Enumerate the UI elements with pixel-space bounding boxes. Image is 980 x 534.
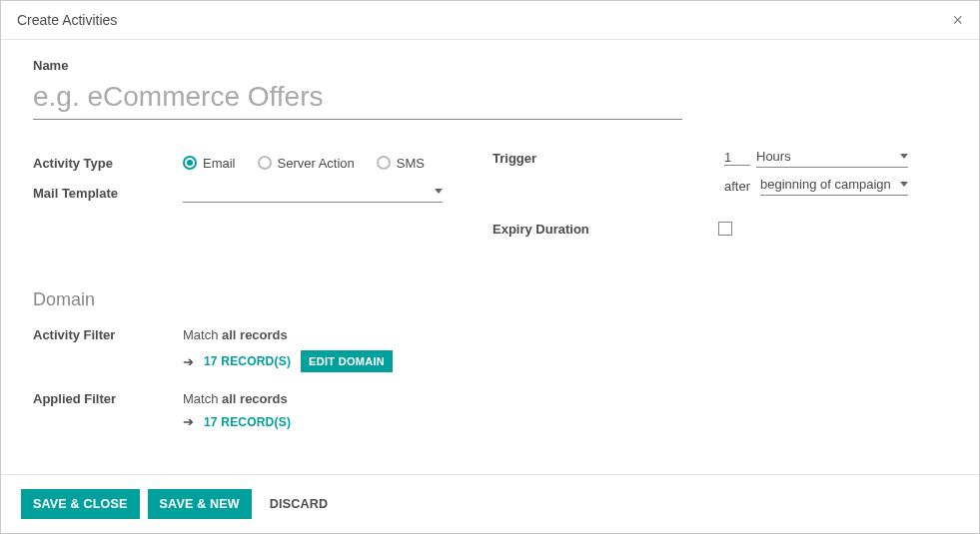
name-field-group: Name xyxy=(33,58,959,120)
chevron-down-icon xyxy=(900,182,908,187)
modal-header: Create Activities × xyxy=(1,1,979,40)
applied-filter-label: Applied Filter xyxy=(33,391,183,406)
trigger-after-text: after xyxy=(724,179,750,194)
chevron-down-icon xyxy=(435,189,443,194)
expiry-label: Expiry Duration xyxy=(492,222,718,237)
column-left: Activity Type Email Server Action SMS xyxy=(33,148,492,244)
save-new-button[interactable]: SAVE & NEW xyxy=(148,489,252,519)
modal-title: Create Activities xyxy=(17,12,117,28)
save-close-button[interactable]: SAVE & CLOSE xyxy=(21,489,140,519)
discard-button[interactable]: DISCARD xyxy=(260,489,338,519)
radio-email[interactable]: Email xyxy=(183,156,236,171)
trigger-event-select[interactable]: beginning of campaign xyxy=(760,176,908,196)
domain-heading: Domain xyxy=(33,289,959,310)
trigger-row: Trigger Hours xyxy=(492,148,959,168)
name-label: Name xyxy=(33,58,959,73)
edit-domain-button[interactable]: EDIT DOMAIN xyxy=(301,350,393,372)
form-columns: Activity Type Email Server Action SMS xyxy=(33,148,959,244)
activity-filter-match: Match all records xyxy=(183,327,288,342)
expiry-row: Expiry Duration xyxy=(492,214,959,244)
arrow-right-icon: ➔ xyxy=(183,414,194,429)
column-right: Trigger Hours after beginning of campaig… xyxy=(492,148,959,244)
radio-server-action-label: Server Action xyxy=(278,156,355,171)
trigger-number-input[interactable] xyxy=(724,150,750,166)
radio-email-label: Email xyxy=(203,156,236,171)
activity-type-row: Activity Type Email Server Action SMS xyxy=(33,148,492,178)
radio-sms-label: SMS xyxy=(397,156,425,171)
activity-filter-label: Activity Filter xyxy=(33,327,183,342)
radio-server-action[interactable]: Server Action xyxy=(258,156,355,171)
mail-template-label: Mail Template xyxy=(33,186,183,201)
activity-filter-row: Activity Filter Match all records xyxy=(33,320,959,348)
radio-dot-icon xyxy=(183,156,197,170)
trigger-unit-value: Hours xyxy=(756,149,791,164)
expiry-checkbox[interactable] xyxy=(718,222,732,236)
activity-records-link[interactable]: 17 RECORD(S) xyxy=(204,354,291,368)
mail-template-row: Mail Template xyxy=(33,178,492,208)
applied-records-link[interactable]: 17 RECORD(S) xyxy=(204,415,291,429)
applied-filter-row: Applied Filter Match all records xyxy=(33,384,959,412)
arrow-right-icon: ➔ xyxy=(183,354,194,369)
radio-dot-icon xyxy=(258,156,272,170)
chevron-down-icon xyxy=(900,154,908,159)
trigger-unit-select[interactable]: Hours xyxy=(756,148,908,168)
create-activities-modal: Create Activities × Name Activity Type E… xyxy=(0,0,980,534)
applied-filter-match: Match all records xyxy=(183,391,288,406)
radio-sms[interactable]: SMS xyxy=(377,156,425,171)
modal-body: Name Activity Type Email Server Action xyxy=(1,40,979,474)
modal-footer: SAVE & CLOSE SAVE & NEW DISCARD xyxy=(1,474,979,533)
trigger-event-value: beginning of campaign xyxy=(760,177,891,192)
name-input[interactable] xyxy=(33,79,682,120)
activity-filter-actions: ➔ 17 RECORD(S) EDIT DOMAIN xyxy=(183,350,959,372)
close-icon[interactable]: × xyxy=(952,11,963,29)
activity-type-label: Activity Type xyxy=(33,156,183,171)
trigger-event-row: after beginning of campaign xyxy=(492,176,959,196)
applied-filter-actions: ➔ 17 RECORD(S) xyxy=(183,414,959,429)
activity-type-radio-group: Email Server Action SMS xyxy=(183,156,425,171)
radio-dot-icon xyxy=(377,156,391,170)
mail-template-select[interactable] xyxy=(183,183,443,203)
trigger-label: Trigger xyxy=(492,151,718,166)
